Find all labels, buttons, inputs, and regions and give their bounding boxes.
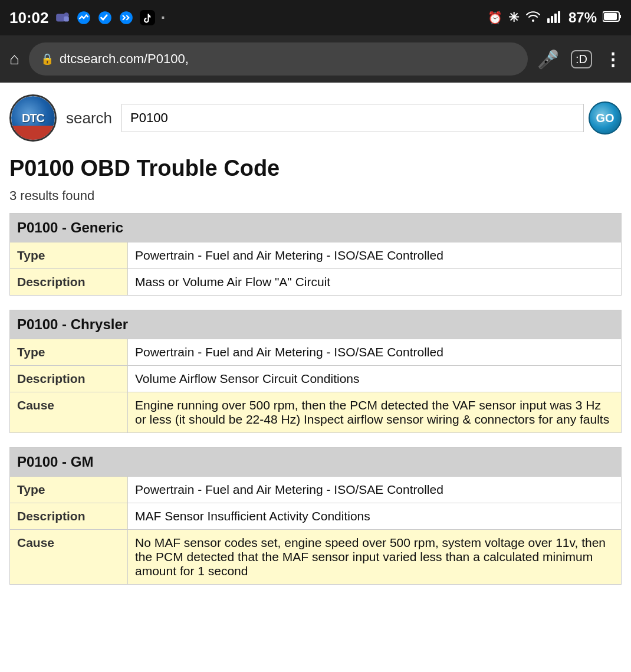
row-label-2-1: Description: [10, 503, 128, 530]
svg-rect-8: [551, 16, 553, 23]
results-count: 3 results found: [9, 188, 622, 204]
row-value-2-0: Powertrain - Fuel and Air Metering - ISO…: [128, 477, 622, 503]
browser-bar: ⌂ 🔒 dtcsearch.com/P0100, 🎤 :D ⋮: [0, 35, 631, 83]
svg-rect-0: [56, 14, 65, 22]
table-row: DescriptionMAF Sensor Insufficient Activ…: [10, 503, 622, 530]
tiktok-icon: [140, 10, 155, 25]
status-left: 10:02 ·: [9, 8, 165, 27]
search-header: DTC search GO: [9, 94, 622, 142]
battery-level: 87%: [568, 9, 597, 26]
svg-point-5: [120, 11, 133, 24]
row-label-1-2: Cause: [10, 392, 128, 433]
dot-indicator: ·: [161, 8, 166, 27]
lock-icon: 🔒: [41, 53, 54, 65]
table-row: TypePowertrain - Fuel and Air Metering -…: [10, 477, 622, 503]
go-button[interactable]: GO: [589, 101, 622, 135]
table-row: TypePowertrain - Fuel and Air Metering -…: [10, 339, 622, 366]
row-label-1-0: Type: [10, 339, 128, 366]
wifi-icon: [525, 10, 541, 26]
row-label-0-0: Type: [10, 242, 128, 269]
svg-rect-13: [619, 15, 621, 18]
row-value-0-1: Mass or Volume Air Flow "A" Circuit: [128, 269, 622, 296]
logo-search-label: search: [66, 109, 112, 127]
result-table-0: P0100 - GenericTypePowertrain - Fuel and…: [9, 213, 622, 296]
svg-rect-7: [547, 18, 550, 23]
bluetooth-icon: ✳: [508, 10, 519, 25]
status-time: 10:02: [9, 9, 49, 27]
url-text: dtcsearch.com/P0100,: [60, 51, 189, 67]
table-row: TypePowertrain - Fuel and Air Metering -…: [10, 242, 622, 269]
url-bar[interactable]: 🔒 dtcsearch.com/P0100,: [29, 42, 528, 76]
row-value-1-0: Powertrain - Fuel and Air Metering - ISO…: [128, 339, 622, 366]
messenger-icon-3: [119, 10, 134, 25]
browser-right-icons: 🎤 :D ⋮: [537, 49, 622, 70]
search-input[interactable]: [121, 104, 584, 132]
row-label-1-1: Description: [10, 366, 128, 392]
more-options-button[interactable]: ⋮: [604, 49, 622, 70]
messenger-icon-1: [76, 10, 91, 25]
result-heading-1: P0100 - Chrysler: [10, 310, 622, 339]
messenger-icon-2: [97, 10, 113, 25]
emoji-button[interactable]: :D: [571, 50, 592, 68]
alarm-icon: ⏰: [488, 11, 502, 25]
row-label-2-2: Cause: [10, 530, 128, 585]
teams-icon: [55, 10, 70, 25]
table-row: DescriptionVolume Airflow Sensor Circuit…: [10, 366, 622, 392]
row-value-0-0: Powertrain - Fuel and Air Metering - ISO…: [128, 242, 622, 269]
row-label-0-1: Description: [10, 269, 128, 296]
result-heading-2: P0100 - GM: [10, 448, 622, 477]
svg-rect-9: [554, 14, 557, 23]
row-value-1-1: Volume Airflow Sensor Circuit Conditions: [128, 366, 622, 392]
result-table-2: P0100 - GMTypePowertrain - Fuel and Air …: [9, 447, 622, 585]
page-title: P0100 OBD Trouble Code: [9, 156, 622, 181]
result-table-1: P0100 - ChryslerTypePowertrain - Fuel an…: [9, 310, 622, 433]
main-content: DTC search GO P0100 OBD Trouble Code 3 r…: [0, 83, 631, 611]
svg-rect-2: [64, 17, 69, 22]
dtc-logo: DTC: [9, 94, 57, 142]
row-value-2-1: MAF Sensor Insufficient Activity Conditi…: [128, 503, 622, 530]
results-container: P0100 - GenericTypePowertrain - Fuel and…: [9, 213, 622, 585]
microphone-button[interactable]: 🎤: [537, 49, 559, 70]
row-value-2-2: No MAF sensor codes set, engine speed ov…: [128, 530, 622, 585]
home-button[interactable]: ⌂: [9, 50, 19, 68]
signal-icon: [547, 10, 563, 26]
svg-rect-12: [604, 13, 617, 20]
status-right: ⏰ ✳ 87%: [488, 9, 622, 26]
svg-rect-6: [140, 10, 155, 25]
row-value-1-2: Engine running over 500 rpm, then the PC…: [128, 392, 622, 433]
status-bar: 10:02 · ⏰ ✳: [0, 0, 631, 35]
row-label-2-0: Type: [10, 477, 128, 503]
table-row: DescriptionMass or Volume Air Flow "A" C…: [10, 269, 622, 296]
svg-rect-10: [558, 11, 560, 23]
battery-icon: [603, 11, 622, 25]
logo-text: DTC: [22, 112, 44, 125]
search-box: GO: [121, 101, 622, 135]
result-heading-0: P0100 - Generic: [10, 214, 622, 242]
table-row: CauseNo MAF sensor codes set, engine spe…: [10, 530, 622, 585]
table-row: CauseEngine running over 500 rpm, then t…: [10, 392, 622, 433]
